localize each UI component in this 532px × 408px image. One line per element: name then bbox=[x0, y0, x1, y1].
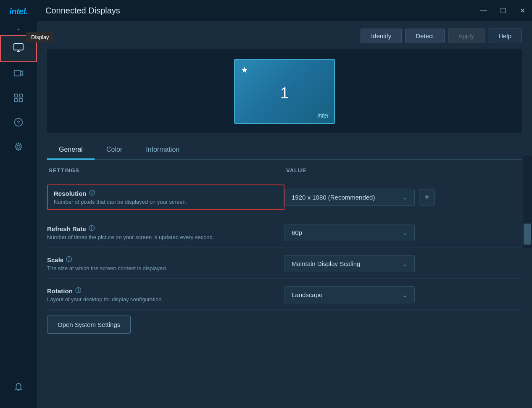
resolution-info-icon[interactable]: ⓘ bbox=[89, 190, 95, 197]
content-area: Identify Detect Apply Help ★ 1 intel Gen… bbox=[37, 21, 532, 408]
settings-col-header: SETTINGS bbox=[47, 167, 284, 174]
sidebar-item-notifications[interactable] bbox=[13, 376, 24, 400]
monitor-number: 1 bbox=[280, 84, 289, 102]
monitor-brand-label: intel bbox=[317, 112, 328, 119]
settings-row-rotation: Rotation ⓘ Layout of your desktop for di… bbox=[47, 279, 522, 310]
refresh-rate-desc: Number of times the picture on your scre… bbox=[47, 234, 284, 240]
resolution-control: 1920 x 1080 (Recommended) ⌄ + bbox=[284, 189, 522, 206]
refresh-rate-control: 60p ⌄ bbox=[284, 224, 522, 241]
sidebar-item-help[interactable]: ? bbox=[0, 111, 37, 135]
scale-label: Scale ⓘ bbox=[47, 256, 284, 263]
detect-button[interactable]: Detect bbox=[405, 29, 444, 43]
refresh-rate-chevron: ⌄ bbox=[402, 229, 408, 237]
resolution-chevron: ⌄ bbox=[402, 193, 408, 201]
scale-label-col: Scale ⓘ The size at which the screen con… bbox=[47, 256, 284, 271]
apply-button[interactable]: Apply bbox=[448, 29, 485, 43]
svg-rect-6 bbox=[19, 94, 22, 97]
refresh-rate-label-col: Refresh Rate ⓘ Number of times the pictu… bbox=[47, 225, 284, 240]
question-icon: ? bbox=[13, 117, 24, 129]
tab-general[interactable]: General bbox=[47, 141, 95, 160]
intel-logo: intel. bbox=[9, 0, 28, 24]
rotation-select[interactable]: Landscape ⌄ bbox=[284, 286, 415, 303]
resolution-plus-button[interactable]: + bbox=[419, 190, 435, 205]
svg-rect-5 bbox=[15, 94, 18, 97]
gear-icon bbox=[13, 141, 24, 154]
monitor-star: ★ bbox=[241, 65, 248, 75]
help-button[interactable]: Help bbox=[488, 29, 522, 43]
titlebar: Connected Displays — ☐ ✕ bbox=[37, 0, 532, 21]
rotation-chevron: ⌄ bbox=[402, 291, 408, 299]
resolution-label: Resolution ⓘ bbox=[54, 190, 278, 197]
sidebar: intel. ⌃ Display bbox=[0, 0, 37, 408]
scroll-thumb[interactable] bbox=[524, 224, 531, 245]
settings-area: SETTINGS VALUE Resolution ⓘ Number of pi… bbox=[47, 160, 522, 400]
main-content: Connected Displays — ☐ ✕ Identify Detect… bbox=[37, 0, 532, 408]
resolution-select[interactable]: 1920 x 1080 (Recommended) ⌄ bbox=[284, 189, 415, 206]
tab-information[interactable]: Information bbox=[134, 141, 191, 160]
svg-marker-4 bbox=[21, 71, 23, 76]
window-controls: — ☐ ✕ bbox=[474, 4, 532, 17]
sidebar-item-video[interactable] bbox=[0, 62, 37, 87]
svg-rect-7 bbox=[15, 99, 18, 102]
settings-row-scale: Scale ⓘ The size at which the screen con… bbox=[47, 247, 522, 279]
settings-headers: SETTINGS VALUE bbox=[47, 167, 522, 177]
rotation-control: Landscape ⌄ bbox=[284, 286, 522, 303]
rotation-label: Rotation ⓘ bbox=[47, 287, 284, 295]
display-tooltip: Display bbox=[26, 32, 54, 42]
identify-button[interactable]: Identify bbox=[361, 29, 402, 43]
svg-point-11 bbox=[17, 145, 20, 148]
settings-row-refresh-rate: Refresh Rate ⓘ Number of times the pictu… bbox=[47, 216, 522, 247]
minimize-button[interactable]: — bbox=[474, 4, 493, 17]
refresh-rate-select[interactable]: 60p ⌄ bbox=[284, 224, 415, 241]
settings-row-resolution: Resolution ⓘ Number of pixels that can b… bbox=[47, 177, 522, 216]
sidebar-item-apps[interactable] bbox=[0, 87, 37, 111]
display-preview: ★ 1 intel bbox=[47, 49, 522, 133]
scale-select[interactable]: Maintain Display Scaling ⌄ bbox=[284, 255, 415, 272]
scrollbar[interactable] bbox=[523, 155, 532, 248]
resolution-desc: Number of pixels that can be displayed o… bbox=[54, 199, 278, 205]
scale-desc: The size at which the screen content is … bbox=[47, 265, 284, 271]
refresh-rate-info-icon[interactable]: ⓘ bbox=[89, 225, 95, 232]
svg-rect-8 bbox=[19, 99, 22, 102]
apps-icon bbox=[13, 92, 24, 105]
open-system-settings-button[interactable]: Open System Settings bbox=[47, 316, 131, 334]
page-title: Connected Displays bbox=[45, 6, 120, 16]
svg-rect-0 bbox=[14, 44, 23, 50]
tab-color[interactable]: Color bbox=[95, 141, 134, 160]
resolution-label-col: Resolution ⓘ Number of pixels that can b… bbox=[47, 184, 284, 210]
scale-chevron: ⌄ bbox=[402, 260, 408, 268]
monitor-preview[interactable]: ★ 1 intel bbox=[234, 59, 335, 124]
tabs-bar: General Color Information bbox=[47, 141, 522, 160]
rotation-desc: Layout of your desktop for display confi… bbox=[47, 296, 284, 303]
rotation-label-col: Rotation ⓘ Layout of your desktop for di… bbox=[47, 287, 284, 303]
sidebar-item-settings[interactable] bbox=[0, 135, 37, 160]
rotation-info-icon[interactable]: ⓘ bbox=[75, 287, 81, 295]
monitor-icon bbox=[13, 42, 24, 55]
maximize-button[interactable]: ☐ bbox=[493, 4, 513, 17]
video-icon bbox=[13, 68, 24, 81]
bell-icon bbox=[13, 382, 24, 395]
close-button[interactable]: ✕ bbox=[513, 4, 532, 17]
sidebar-bottom bbox=[13, 376, 24, 408]
sidebar-collapse-icon[interactable]: ⌃ bbox=[16, 24, 21, 35]
refresh-rate-label: Refresh Rate ⓘ bbox=[47, 225, 284, 232]
svg-rect-3 bbox=[14, 71, 21, 76]
scale-info-icon[interactable]: ⓘ bbox=[66, 256, 72, 263]
toolbar: Identify Detect Apply Help bbox=[47, 29, 522, 43]
svg-text:?: ? bbox=[17, 120, 20, 126]
scale-control: Maintain Display Scaling ⌄ bbox=[284, 255, 522, 272]
value-col-header: VALUE bbox=[284, 167, 522, 174]
